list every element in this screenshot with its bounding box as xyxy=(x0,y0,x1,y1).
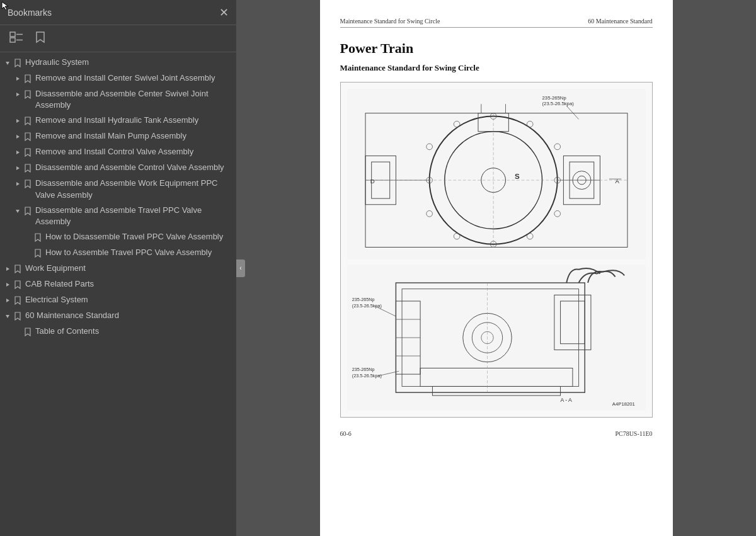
bookmark-icon-cab-related-parts xyxy=(13,279,23,290)
expand-all-button[interactable] xyxy=(6,30,26,47)
svg-marker-14 xyxy=(16,210,20,213)
bookmark-item-hydraulic-system[interactable]: Hydraulic System xyxy=(0,55,236,71)
svg-text:235-265Np: 235-265Np xyxy=(542,95,566,101)
expand-arrow-60-maintenance-standard[interactable] xyxy=(3,311,13,322)
expand-arrow-remove-install-center-swivel[interactable] xyxy=(13,73,23,84)
pdf-diagram-container: 235-265Np (23.5-26.5kpa) xyxy=(340,82,653,418)
bookmark-label-work-equipment: Work Equipment xyxy=(25,263,236,274)
bookmark-label-table-of-contents: Table of Contents xyxy=(35,326,236,337)
svg-text:235-265Np: 235-265Np xyxy=(352,367,374,372)
expand-arrow-remove-install-hydraulic-tank[interactable] xyxy=(13,115,23,127)
svg-marker-7 xyxy=(16,77,20,81)
bookmark-item-disassemble-assemble-control-valve[interactable]: Disassemble and Assemble Control Valve A… xyxy=(0,160,236,176)
svg-text:(23.5-26.5kpa): (23.5-26.5kpa) xyxy=(352,373,381,379)
bookmark-item-cab-related-parts[interactable]: CAB Related Parts xyxy=(0,277,236,292)
bookmark-tree: Hydraulic System Remove and Install Cent… xyxy=(0,52,236,536)
svg-marker-11 xyxy=(16,151,20,154)
bookmark-icon-60-maintenance-standard xyxy=(13,311,23,322)
bookmark-label-remove-install-control-valve: Remove and Install Control Valve Assembl… xyxy=(35,146,236,157)
svg-rect-2 xyxy=(10,38,15,42)
svg-text:A4P18201: A4P18201 xyxy=(612,401,634,407)
diagram-top: 235-265Np (23.5-26.5kpa) xyxy=(347,89,646,259)
bookmark-icon-remove-install-control-valve xyxy=(23,147,33,158)
expand-arrow-cab-related-parts[interactable] xyxy=(3,279,13,290)
expand-arrow-how-to-disassemble-travel-ppc[interactable] xyxy=(23,232,33,243)
diagram-bottom: 235-265Np (23.5-26.5kpa) 235-265Np (23.5… xyxy=(347,265,646,411)
bookmark-label-cab-related-parts: CAB Related Parts xyxy=(25,278,236,290)
bookmarks-sidebar: Bookmarks ✕ Hydraulic System Remove and … xyxy=(0,0,236,536)
expand-icon xyxy=(9,31,23,43)
expand-arrow-disassemble-assemble-control-valve[interactable] xyxy=(13,163,23,174)
sidebar-title: Bookmarks xyxy=(8,8,52,18)
bookmark-icon-disassemble-assemble-travel-ppc xyxy=(23,205,33,217)
pdf-footer-model: PC78US-11E0 xyxy=(615,430,652,437)
bookmark-item-remove-install-control-valve[interactable]: Remove and Install Control Valve Assembl… xyxy=(0,144,236,160)
bookmark-label-disassemble-assemble-center-swivel: Disassemble and Assemble Center Swivel J… xyxy=(35,88,236,111)
sidebar-toolbar xyxy=(0,25,236,52)
pdf-page-header: Maintenance Standard for Swing Circle 60… xyxy=(340,18,653,28)
bookmark-view-button[interactable] xyxy=(32,29,49,48)
svg-marker-16 xyxy=(6,283,9,287)
expand-arrow-electrical-system[interactable] xyxy=(3,295,13,306)
bookmark-item-disassemble-assemble-work-equipment-ppc[interactable]: Disassemble and Assemble Work Equipment … xyxy=(0,176,236,202)
sidebar-collapse-button[interactable]: ‹ xyxy=(236,259,245,277)
svg-rect-56 xyxy=(347,265,646,411)
pdf-header-right: 60 Maintenance Standard xyxy=(588,18,652,25)
bookmark-item-how-to-disassemble-travel-ppc[interactable]: How to Disassemble Travel PPC Valve Asse… xyxy=(0,229,236,245)
bookmark-icon-work-equipment xyxy=(13,263,23,275)
svg-marker-9 xyxy=(16,119,20,123)
bookmark-label-disassemble-assemble-travel-ppc: Disassemble and Assemble Travel PPC Valv… xyxy=(35,205,236,227)
bookmark-item-disassemble-assemble-center-swivel[interactable]: Disassemble and Assemble Center Swivel J… xyxy=(0,86,236,113)
expand-arrow-remove-install-main-pump[interactable] xyxy=(13,131,23,142)
bookmark-icon-table-of-contents xyxy=(23,326,33,338)
bookmark-label-remove-install-hydraulic-tank: Remove and Install Hydraulic Tank Assemb… xyxy=(35,115,236,126)
bookmark-view-icon xyxy=(35,31,46,43)
bookmark-item-electrical-system[interactable]: Electrical System xyxy=(0,292,236,308)
svg-marker-17 xyxy=(6,299,9,302)
bookmark-item-how-to-assemble-travel-ppc[interactable]: How to Assemble Travel PPC Valve Assembl… xyxy=(0,245,236,261)
sidebar-header: Bookmarks ✕ xyxy=(0,0,236,25)
pdf-section-title: Maintenance Standard for Swing Circle xyxy=(340,63,653,73)
bookmark-item-table-of-contents[interactable]: Table of Contents xyxy=(0,324,236,339)
bookmark-item-disassemble-assemble-travel-ppc[interactable]: Disassemble and Assemble Travel PPC Valv… xyxy=(0,203,236,229)
bookmark-item-remove-install-main-pump[interactable]: Remove and Install Main Pump Assembly xyxy=(0,128,236,144)
bookmark-label-disassemble-assemble-control-valve: Disassemble and Assemble Control Valve A… xyxy=(35,162,236,173)
bookmark-label-disassemble-assemble-work-equipment-ppc: Disassemble and Assemble Work Equipment … xyxy=(35,178,236,200)
pdf-footer-page: 60-6 xyxy=(340,430,352,437)
svg-marker-6 xyxy=(6,62,9,65)
expand-arrow-disassemble-assemble-work-equipment-ppc[interactable] xyxy=(13,178,23,190)
expand-arrow-disassemble-assemble-center-swivel[interactable] xyxy=(13,89,23,100)
svg-text:(23.5-26.5kpa): (23.5-26.5kpa) xyxy=(352,303,381,309)
bookmark-label-hydraulic-system: Hydraulic System xyxy=(25,57,236,68)
expand-arrow-work-equipment[interactable] xyxy=(3,263,13,275)
bookmark-item-work-equipment[interactable]: Work Equipment xyxy=(0,261,236,277)
bookmark-item-remove-install-center-swivel[interactable]: Remove and Install Center Swivel Joint A… xyxy=(0,71,236,86)
pdf-panel: Maintenance Standard for Swing Circle 60… xyxy=(236,0,756,536)
expand-arrow-remove-install-control-valve[interactable] xyxy=(13,147,23,158)
expand-arrow-hydraulic-system[interactable] xyxy=(3,57,13,69)
svg-text:A - A: A - A xyxy=(560,396,572,402)
svg-text:S: S xyxy=(515,172,520,180)
bookmark-item-60-maintenance-standard[interactable]: 60 Maintenance Standard xyxy=(0,308,236,324)
bookmark-item-remove-install-hydraulic-tank[interactable]: Remove and Install Hydraulic Tank Assemb… xyxy=(0,113,236,128)
close-sidebar-button[interactable]: ✕ xyxy=(219,6,229,20)
bookmark-icon-remove-install-main-pump xyxy=(23,131,33,142)
svg-marker-8 xyxy=(16,93,20,96)
pdf-page-footer: 60-6 PC78US-11E0 xyxy=(340,428,653,437)
svg-rect-19 xyxy=(347,89,646,259)
bookmark-icon-electrical-system xyxy=(13,295,23,306)
expand-arrow-how-to-assemble-travel-ppc[interactable] xyxy=(23,248,33,259)
bookmark-label-remove-install-center-swivel: Remove and Install Center Swivel Joint A… xyxy=(35,72,236,84)
bookmark-label-how-to-disassemble-travel-ppc: How to Disassemble Travel PPC Valve Asse… xyxy=(45,231,236,242)
bookmark-icon-remove-install-center-swivel xyxy=(23,73,33,84)
svg-text:(23.5-26.5kpa): (23.5-26.5kpa) xyxy=(542,101,574,106)
pdf-page: Maintenance Standard for Swing Circle 60… xyxy=(320,0,673,536)
expand-arrow-table-of-contents[interactable] xyxy=(13,326,23,338)
bookmark-icon-how-to-disassemble-travel-ppc xyxy=(33,232,43,243)
svg-marker-15 xyxy=(6,267,9,271)
bookmark-icon-hydraulic-system xyxy=(13,57,23,69)
expand-arrow-disassemble-assemble-travel-ppc[interactable] xyxy=(13,205,23,217)
bookmark-label-how-to-assemble-travel-ppc: How to Assemble Travel PPC Valve Assembl… xyxy=(45,247,236,258)
bookmark-label-remove-install-main-pump: Remove and Install Main Pump Assembly xyxy=(35,130,236,142)
svg-text:235-265Np: 235-265Np xyxy=(352,297,374,302)
